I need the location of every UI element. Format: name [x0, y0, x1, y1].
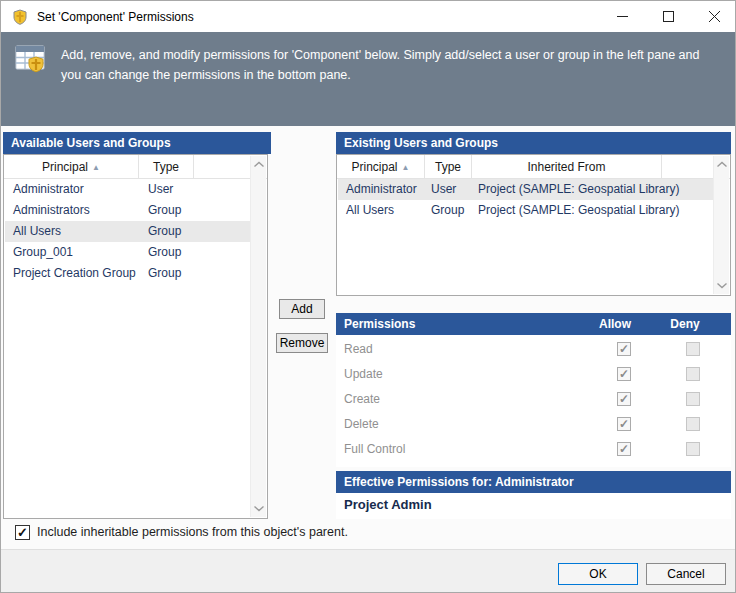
permissions-header: Permissions Allow Deny: [336, 313, 731, 335]
allow-checkbox-update[interactable]: ✓: [617, 367, 631, 381]
existing-users-table: Principal▲ Type Inherited From Administr…: [336, 154, 731, 296]
existing-row[interactable]: Administrator User Project (SAMPLE: Geos…: [338, 179, 714, 200]
available-row[interactable]: Group_001 Group: [5, 242, 251, 263]
effective-permissions-value: Project Admin: [344, 497, 432, 512]
scroll-up-icon[interactable]: [253, 161, 265, 168]
available-row[interactable]: Administrators Group: [5, 200, 251, 221]
available-row[interactable]: Administrator User: [5, 179, 251, 200]
allow-checkbox-full-control[interactable]: ✓: [617, 442, 631, 456]
permission-row: Delete ✓ ✓: [336, 412, 731, 437]
available-scrollbar[interactable]: [250, 156, 266, 517]
column-header-inherited-from[interactable]: Inherited From: [472, 155, 662, 179]
ok-button[interactable]: OK: [558, 563, 638, 585]
available-row[interactable]: All Users Group: [5, 221, 251, 242]
scroll-up-icon[interactable]: [716, 161, 728, 168]
sort-asc-icon: ▲: [402, 163, 410, 172]
available-pane-header: Available Users and Groups: [3, 132, 271, 154]
existing-row[interactable]: All Users Group Project (SAMPLE: Geospat…: [338, 200, 714, 221]
permission-row: Update ✓ ✓: [336, 362, 731, 387]
existing-column-headers: Principal▲ Type Inherited From: [337, 155, 730, 179]
deny-checkbox-create[interactable]: ✓: [686, 392, 700, 406]
effective-permissions-header: Effective Permissions for: Administrator: [336, 471, 731, 493]
existing-pane-header: Existing Users and Groups: [336, 132, 731, 154]
permission-row: Full Control ✓ ✓: [336, 437, 731, 462]
shield-icon: [12, 9, 28, 25]
cancel-button[interactable]: Cancel: [646, 563, 726, 585]
deny-checkbox-delete[interactable]: ✓: [686, 417, 700, 431]
allow-column-label: Allow: [585, 313, 645, 335]
available-users-list: Principal▲ Type Administrator User Admin…: [3, 154, 268, 519]
window-controls: [599, 1, 736, 32]
title-bar: Set 'Component' Permissions: [1, 1, 736, 32]
permissions-body: Read ✓ ✓ Update ✓ ✓ Create ✓ ✓ Delete ✓ …: [336, 335, 731, 467]
column-header-principal[interactable]: Principal▲: [337, 155, 425, 179]
bottom-bar: OK Cancel: [1, 549, 736, 593]
available-column-headers: Principal▲ Type: [4, 155, 267, 179]
deny-checkbox-full-control[interactable]: ✓: [686, 442, 700, 456]
deny-checkbox-update[interactable]: ✓: [686, 367, 700, 381]
column-header-type[interactable]: Type: [425, 155, 472, 179]
scroll-down-icon[interactable]: [253, 505, 265, 512]
inherit-permissions-label: Include inheritable permissions from thi…: [37, 525, 348, 540]
column-header-type[interactable]: Type: [139, 155, 194, 179]
banner-description: Add, remove, and modify permissions for …: [61, 45, 713, 85]
window-title: Set 'Component' Permissions: [37, 10, 194, 24]
allow-checkbox-read[interactable]: ✓: [617, 342, 631, 356]
allow-checkbox-create[interactable]: ✓: [617, 392, 631, 406]
allow-checkbox-delete[interactable]: ✓: [617, 417, 631, 431]
existing-scrollbar[interactable]: [713, 156, 729, 294]
column-header-principal[interactable]: Principal▲: [4, 155, 139, 179]
permission-row: Create ✓ ✓: [336, 387, 731, 412]
permissions-table-icon: [15, 42, 51, 78]
set-permissions-dialog: Set 'Component' Permissions Add, remove,…: [0, 0, 736, 593]
deny-checkbox-read[interactable]: ✓: [686, 342, 700, 356]
inherit-permissions-checkbox[interactable]: ✓: [15, 525, 30, 540]
available-row[interactable]: Project Creation Group Group: [5, 263, 251, 284]
close-icon[interactable]: [691, 1, 736, 32]
maximize-icon[interactable]: [645, 1, 691, 32]
add-button[interactable]: Add: [279, 299, 325, 319]
remove-button[interactable]: Remove: [276, 333, 328, 353]
description-banner: Add, remove, and modify permissions for …: [1, 32, 736, 126]
deny-column-label: Deny: [655, 313, 715, 335]
sort-asc-icon: ▲: [92, 163, 100, 172]
minimize-icon[interactable]: [599, 1, 645, 32]
permission-row: Read ✓ ✓: [336, 337, 731, 362]
scroll-down-icon[interactable]: [716, 282, 728, 289]
